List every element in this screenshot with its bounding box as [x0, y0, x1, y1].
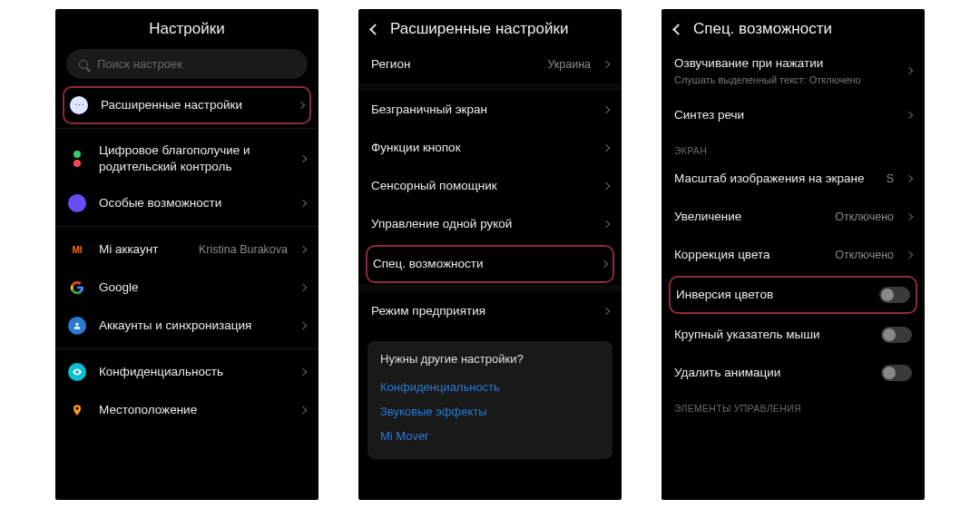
- zoom-value: Отключено: [835, 210, 894, 223]
- search-icon: [79, 60, 88, 69]
- button-functions-item[interactable]: Функции кнопок: [358, 129, 622, 167]
- search-placeholder: Поиск настроек: [97, 57, 182, 71]
- google-icon: [68, 279, 86, 297]
- location-pin-icon: [68, 401, 86, 419]
- chevron-right-icon: [906, 251, 913, 259]
- mi-account-item[interactable]: MI Mi аккаунт Kristina Burakova: [55, 230, 318, 269]
- page-title: Расширенные настройки: [390, 20, 568, 38]
- chevron-right-icon: [299, 284, 307, 291]
- region-label: Регион: [371, 56, 534, 73]
- back-icon[interactable]: [369, 24, 381, 35]
- tap-speak-label: Озвучивание при нажатии Слушать выделенн…: [674, 55, 894, 86]
- display-scale-value: S: [887, 172, 894, 185]
- chevron-right-icon: [906, 175, 913, 182]
- region-item[interactable]: Регион Украина: [358, 45, 622, 83]
- display-scale-item[interactable]: Масштаб изображения на экране S: [662, 160, 925, 198]
- divider: [55, 226, 318, 227]
- special-features-item[interactable]: Особые возможности: [55, 184, 318, 222]
- mi-account-label: Mi аккаунт: [99, 241, 186, 258]
- wellbeing-icon: [68, 150, 86, 168]
- remove-anim-toggle[interactable]: [881, 365, 912, 381]
- section-divider: [358, 285, 622, 292]
- color-corr-value: Отключено: [835, 249, 894, 261]
- chevron-right-icon: [906, 213, 913, 220]
- accessibility-label: Спец. возможности: [373, 256, 589, 272]
- divider: [55, 348, 318, 349]
- zoom-item[interactable]: Увеличение Отключено: [662, 198, 925, 236]
- location-item[interactable]: Местоположение: [55, 391, 318, 429]
- mi-account-value: Kristina Burakova: [199, 243, 288, 256]
- button-functions-label: Функции кнопок: [371, 140, 591, 156]
- advanced-settings-panel: Расширенные настройки Регион Украина Без…: [358, 9, 622, 500]
- large-pointer-toggle[interactable]: [881, 327, 912, 343]
- zoom-label: Увеличение: [674, 209, 822, 225]
- chevron-right-icon: [299, 154, 307, 162]
- chevron-right-icon: [298, 102, 305, 109]
- chevron-right-icon: [299, 322, 307, 329]
- touch-assistant-item[interactable]: Сенсорный помощник: [358, 167, 622, 205]
- remove-anim-item[interactable]: Удалить анимации: [662, 354, 925, 392]
- user-icon: [68, 317, 86, 335]
- chevron-right-icon: [603, 144, 610, 152]
- tap-to-speak-item[interactable]: Озвучивание при нажатии Слушать выделенн…: [662, 45, 925, 96]
- section-screen-label: ЭКРАН: [662, 134, 925, 160]
- other-settings-box: Нужны другие настройки? Конфиденциальнос…: [368, 341, 612, 459]
- accessibility-item[interactable]: Спец. возможности: [366, 245, 614, 283]
- touch-assistant-label: Сенсорный помощник: [371, 178, 591, 194]
- footer-link-mimover[interactable]: Mi Mover: [380, 424, 600, 448]
- privacy-item[interactable]: Конфиденциальность: [55, 353, 318, 391]
- mi-logo-icon: MI: [68, 240, 86, 259]
- chevron-right-icon: [299, 368, 307, 376]
- chevron-right-icon: [603, 182, 610, 190]
- wellbeing-item[interactable]: Цифровое благополучие и родительский кон…: [55, 132, 318, 184]
- panel3-header: Спец. возможности: [662, 9, 925, 45]
- wellbeing-label: Цифровое благополучие и родительский кон…: [99, 142, 288, 174]
- footer-link-privacy[interactable]: Конфиденциальность: [380, 375, 600, 399]
- one-hand-item[interactable]: Управление одной рукой: [358, 205, 622, 243]
- tts-item[interactable]: Синтез речи: [662, 96, 925, 134]
- remove-anim-label: Удалить анимации: [674, 365, 868, 381]
- color-inversion-item[interactable]: Инверсия цветов: [669, 276, 917, 314]
- special-label: Особые возможности: [99, 195, 288, 211]
- google-item[interactable]: Google: [55, 269, 318, 307]
- back-icon[interactable]: [672, 24, 684, 35]
- accounts-sync-item[interactable]: Аккаунты и синхронизация: [55, 307, 318, 345]
- large-pointer-label: Крупный указатель мыши: [674, 327, 868, 343]
- inversion-label: Инверсия цветов: [676, 287, 867, 303]
- panel1-header: Настройки: [55, 9, 318, 45]
- location-label: Местоположение: [99, 402, 288, 418]
- color-correction-item[interactable]: Коррекция цвета Отключено: [662, 236, 925, 274]
- fullscreen-item[interactable]: Безграничный экран: [358, 91, 622, 129]
- chevron-right-icon: [299, 200, 307, 207]
- page-title: Спец. возможности: [693, 20, 832, 38]
- accessibility-panel: Спец. возможности Озвучивание при нажати…: [662, 9, 925, 500]
- inversion-toggle[interactable]: [879, 287, 910, 303]
- eye-icon: [68, 363, 86, 381]
- enterprise-item[interactable]: Режим предприятия: [358, 292, 622, 330]
- chevron-right-icon: [603, 308, 610, 315]
- tts-label: Синтез речи: [674, 107, 894, 123]
- search-input[interactable]: Поиск настроек: [66, 49, 308, 79]
- one-hand-label: Управление одной рукой: [371, 216, 591, 232]
- panel2-header: Расширенные настройки: [358, 9, 622, 45]
- footer-link-sound[interactable]: Звуковые эффекты: [380, 399, 600, 424]
- google-label: Google: [99, 279, 288, 296]
- enterprise-label: Режим предприятия: [371, 303, 591, 319]
- page-title: Настройки: [68, 20, 306, 38]
- chevron-right-icon: [601, 260, 608, 268]
- chevron-right-icon: [906, 67, 913, 74]
- svg-point-0: [75, 323, 78, 326]
- divider: [55, 128, 318, 129]
- footer-heading: Нужны другие настройки?: [380, 352, 600, 366]
- color-corr-label: Коррекция цвета: [674, 247, 822, 263]
- chevron-right-icon: [603, 106, 610, 113]
- advanced-label: Расширенные настройки: [101, 97, 286, 113]
- accounts-sync-label: Аккаунты и синхронизация: [99, 318, 288, 334]
- chevron-right-icon: [603, 220, 610, 228]
- chevron-right-icon: [299, 406, 307, 414]
- chevron-right-icon: [906, 112, 913, 119]
- section-divider: [358, 83, 622, 91]
- large-pointer-item[interactable]: Крупный указатель мыши: [662, 316, 925, 354]
- tap-speak-title: Озвучивание при нажатии: [674, 55, 894, 72]
- advanced-settings-item[interactable]: ⋯ Расширенные настройки: [63, 86, 311, 124]
